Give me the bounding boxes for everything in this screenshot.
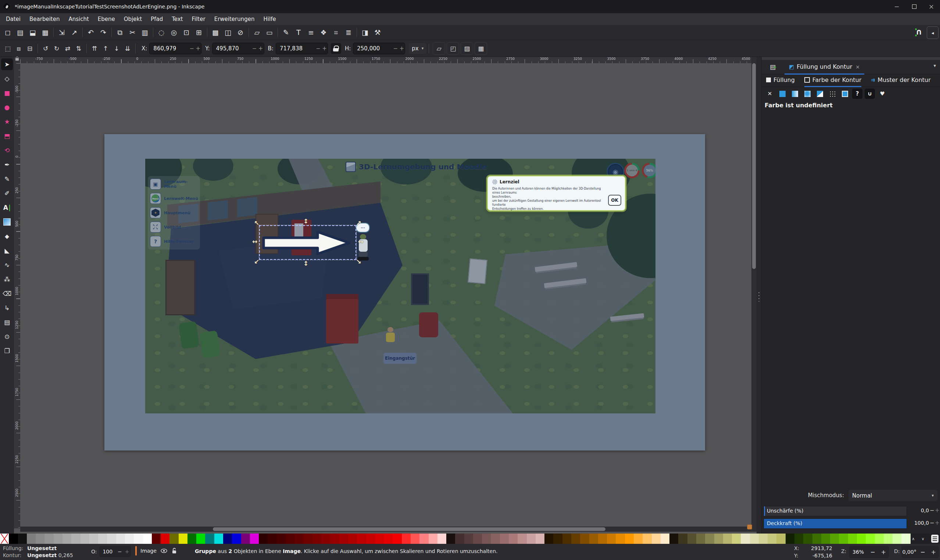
palette-swatch[interactable] [759,534,767,544]
palette-swatch[interactable] [366,534,375,544]
save-document-button[interactable]: ⬓ [26,26,39,38]
palette-swatch[interactable] [428,534,438,544]
measure-tool[interactable]: ▤ [1,316,13,328]
stroke-width-value[interactable]: 0,265 [59,552,73,558]
pen-tool[interactable]: ✒ [1,159,13,171]
xml-editor-button[interactable]: ⌗ [330,26,342,38]
palette-swatch[interactable] [455,534,464,544]
blur-minus-button[interactable]: − [930,507,934,514]
palette-swatch[interactable] [794,534,803,544]
layer-name[interactable]: Image [140,548,157,554]
palette-swatch[interactable] [241,534,250,544]
snap-toggle-icon[interactable]: ∩ [914,27,924,37]
blend-mode-dropdown[interactable]: Normal▾ [849,490,937,501]
palette-swatch[interactable] [553,534,562,544]
palette-swatch[interactable] [223,534,232,544]
paint-flat-button[interactable] [777,89,787,99]
ungroup-button[interactable]: ▭ [263,26,276,38]
layer-visibility-eye-icon[interactable] [160,548,168,554]
zoom-drawing-button[interactable]: ◎ [168,26,180,38]
height-field[interactable]: 250,000−+ [353,43,405,54]
clone-button[interactable]: ◫ [222,26,234,38]
palette-swatch[interactable] [71,534,80,544]
spiral-tool[interactable]: ⟲ [1,145,13,156]
paint-radial-gradient-button[interactable] [802,89,812,99]
zoom-tool[interactable]: ⊙ [1,331,13,343]
guide-lock-corner[interactable] [14,57,21,63]
palette-swatch[interactable] [196,534,205,544]
stroke-value[interactable]: Ungesetzt [27,552,57,558]
cut-button[interactable]: ✂ [126,26,139,38]
palette-swatch[interactable] [509,534,518,544]
palette-swatch[interactable] [830,534,839,544]
text-dialog-button[interactable]: T [292,26,305,38]
palette-swatch[interactable] [669,534,678,544]
rectangle-tool[interactable]: ■ [1,87,13,99]
new-document-button[interactable]: ◻ [2,26,14,38]
palette-swatch[interactable] [9,534,18,544]
paint-bucket-tool[interactable]: ◣ [1,245,13,257]
dropper-tool[interactable]: ⬥ [1,231,13,242]
rotate-cw-button[interactable]: ↻ [51,43,62,54]
palette-swatch[interactable] [188,534,196,544]
palette-swatch[interactable] [741,534,750,544]
star-tool[interactable]: ★ [1,116,13,128]
palette-swatch[interactable] [723,534,732,544]
palette-swatch[interactable] [527,534,536,544]
scale-stroke-toggle[interactable]: ▱ [433,42,445,55]
menu-erweiterungen[interactable]: Erweiterungen [210,13,259,25]
pages-tool[interactable]: ❐ [1,345,13,357]
opacity-value[interactable]: 100,0 [909,520,929,526]
palette-swatch[interactable] [580,534,589,544]
text-tool[interactable]: A| [1,202,13,214]
document-page[interactable]: 3D-Lernumgebung und Moodle ▣Lernraum-Men… [105,134,705,451]
blur-value[interactable]: 0,0 [909,508,929,513]
tab-muster-der-kontur[interactable]: ⇉Muster der Kontur [871,74,931,87]
minimize-button[interactable] [888,0,905,13]
menu-hilfe[interactable]: Hilfe [259,13,280,25]
menu-ebene[interactable]: Ebene [93,13,119,25]
palette-swatch[interactable] [232,534,241,544]
duplicate-button[interactable]: ▩ [209,26,222,38]
palette-swatch[interactable] [803,534,812,544]
palette-swatch[interactable] [616,534,624,544]
palette-swatch[interactable] [54,534,63,544]
spray-tool[interactable]: ⁂ [1,273,13,285]
palette-swatch[interactable] [27,534,35,544]
preferences-button[interactable]: ⚒ [371,26,384,38]
palette-swatch[interactable] [98,534,107,544]
zoom-field[interactable]: 36%−+ [849,546,889,558]
palette-swatch[interactable] [892,534,901,544]
menu-filter[interactable]: Filter [188,13,210,25]
maximize-button[interactable] [905,0,923,13]
tweak-tool[interactable]: ∿ [1,259,13,271]
palette-swatch[interactable] [652,534,661,544]
snap-bar-collapse-button[interactable]: ◂ [927,26,938,39]
align-dialog-button[interactable]: ≣ [342,26,355,38]
rotate-ccw-button[interactable]: ↺ [40,43,51,54]
connector-tool[interactable]: ↳ [1,302,13,314]
blur-slider[interactable]: Unschärfe (%) [764,506,907,516]
palette-swatch[interactable] [571,534,580,544]
palette-swatch[interactable] [777,534,785,544]
paint-swatch-button[interactable] [827,89,837,99]
select-all-layers-button[interactable]: ⧈ [13,43,24,54]
dock-document-tab[interactable]: ▤▸ [767,62,779,72]
palette-swatch[interactable] [161,534,170,544]
palette-swatch[interactable] [473,534,482,544]
palette-swatch[interactable] [277,534,286,544]
palette-swatch[interactable] [786,534,794,544]
x-field[interactable]: 860,979−+ [149,43,202,54]
palette-swatch[interactable] [687,534,696,544]
pencil-tool[interactable]: ✎ [1,173,13,185]
palette-swatch[interactable] [63,534,71,544]
palette-swatch[interactable] [500,534,509,544]
vertical-ruler[interactable]: -500-25002505007501000125015001750200022… [14,63,21,528]
horizontal-ruler[interactable]: -750-500-2500250500750100012501500175020… [20,57,751,63]
horizontal-scrollbar-thumb[interactable] [213,527,606,531]
palette-swatch[interactable] [357,534,366,544]
eraser-tool[interactable]: ⌫ [1,288,13,300]
palette-swatch[interactable] [411,534,419,544]
selection-handle-se[interactable]: ↘ [356,259,361,265]
lower-to-bottom-button[interactable]: ⇊ [122,43,133,54]
